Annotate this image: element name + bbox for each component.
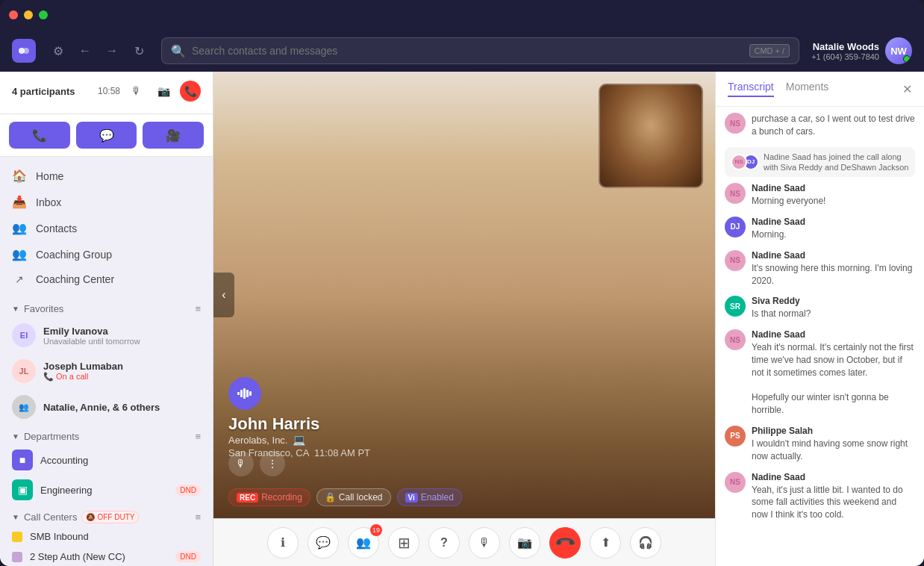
nav-contacts[interactable]: 👥 Contacts bbox=[0, 215, 213, 241]
cc-dot-smb bbox=[12, 532, 22, 542]
info-button[interactable]: ℹ bbox=[267, 527, 299, 559]
voice-indicator bbox=[228, 377, 261, 410]
close-transcript-button[interactable]: ✕ bbox=[902, 82, 912, 96]
msg-text: Yeah, it's just a little bit. I wanted t… bbox=[752, 484, 915, 521]
more-options-button[interactable]: ⋮ bbox=[260, 451, 285, 476]
call-centers-header: ▼ Call Centers 🔕 OFF DUTY ≡ bbox=[0, 505, 213, 526]
call-action-button[interactable]: 📞 bbox=[9, 122, 70, 149]
main-content: ‹ John Harris Aerolabs, I bbox=[213, 72, 715, 566]
msg-text: Morning everyone! bbox=[752, 195, 915, 208]
call-centers-title: Call Centers bbox=[24, 511, 78, 523]
caller-name: John Harris bbox=[228, 414, 370, 434]
msg-sender: Nadine Saad bbox=[752, 217, 915, 227]
end-call-button[interactable]: 📞 bbox=[543, 520, 587, 565]
cc-dot-2step bbox=[12, 552, 22, 562]
mute-button[interactable]: 🎙 bbox=[469, 527, 500, 559]
avatar[interactable]: NW bbox=[885, 37, 912, 64]
msg-sender: Nadine Saad bbox=[752, 183, 915, 193]
headset-button[interactable]: 🎧 bbox=[630, 527, 661, 559]
departments-title: Departments bbox=[24, 431, 79, 442]
share-button[interactable]: ⬆ bbox=[590, 527, 621, 559]
transcript-message: NS purchase a car, so I went out to test… bbox=[725, 113, 915, 138]
refresh-button[interactable]: ↻ bbox=[128, 40, 149, 61]
msg-avatar-ps: PS bbox=[725, 426, 746, 447]
dept-accounting[interactable]: ■ Accounting bbox=[0, 445, 213, 475]
msg-sender: Nadine Saad bbox=[752, 250, 915, 261]
transcript-tabs: Transcript Moments bbox=[728, 81, 828, 97]
departments-header: ▼ Departments ≡ bbox=[0, 425, 213, 445]
nav-inbox[interactable]: 📥 Inbox bbox=[0, 189, 213, 215]
svg-rect-3 bbox=[240, 390, 243, 397]
cc-2step-name: 2 Step Auth (New CC) bbox=[30, 551, 168, 562]
chat-button[interactable]: 💬 bbox=[308, 527, 339, 559]
camera-button[interactable]: 📷 bbox=[509, 527, 540, 559]
forward-button[interactable]: → bbox=[102, 40, 122, 61]
back-button[interactable]: ← bbox=[75, 40, 96, 61]
favorites-header: ▼ Favorites ≡ bbox=[0, 297, 213, 317]
transcript-header: Transcript Moments ✕ bbox=[716, 72, 924, 107]
microphone-button[interactable]: 🎙 bbox=[126, 81, 147, 102]
contact-emily[interactable]: EI Emily Ivanova Unavailable until tomor… bbox=[0, 317, 213, 353]
call-centers-menu-icon[interactable]: ≡ bbox=[195, 511, 201, 523]
coaching-center-icon: ↗ bbox=[12, 273, 27, 285]
msg-text: Morning. bbox=[752, 228, 915, 241]
nav-coaching-center[interactable]: ↗ Coaching Center bbox=[0, 267, 213, 291]
engineering-dnd: DND bbox=[175, 485, 201, 496]
thumbnail-video bbox=[599, 84, 703, 188]
contact-avatar-joseph: JL bbox=[12, 359, 36, 383]
status-badges: REC Recording 🔒 Call locked Vi Enabled bbox=[228, 488, 462, 506]
msg-sender: Nadine Saad bbox=[752, 329, 915, 340]
search-input[interactable] bbox=[192, 45, 743, 57]
maximize-button[interactable] bbox=[39, 10, 48, 19]
mic-toggle-button[interactable]: 🎙 bbox=[228, 451, 254, 476]
video-action-button[interactable]: 🎥 bbox=[143, 122, 204, 149]
caller-company: Aerolabs, Inc. 💻 bbox=[228, 434, 370, 446]
search-bar[interactable]: 🔍 CMD + / bbox=[161, 37, 799, 64]
contact-status-joseph: 📞 On a call bbox=[43, 372, 201, 382]
search-shortcut: CMD + / bbox=[749, 44, 790, 57]
contact-natalie-group[interactable]: 👥 Natalie, Annie, & 6 others bbox=[0, 389, 213, 425]
svg-rect-4 bbox=[243, 388, 246, 399]
svg-rect-5 bbox=[246, 390, 249, 397]
contact-joseph[interactable]: JL Joseph Lumaban 📞 On a call bbox=[0, 353, 213, 389]
msg-avatar: NS bbox=[725, 113, 746, 134]
minimize-button[interactable] bbox=[24, 10, 33, 19]
departments-menu-icon[interactable]: ≡ bbox=[195, 431, 201, 442]
dept-engineering[interactable]: ▣ Engineering DND bbox=[0, 475, 213, 505]
user-profile: Natalie Woods +1 (604) 359-7840 NW bbox=[811, 37, 912, 64]
contact-avatar-emily: EI bbox=[12, 323, 36, 347]
bottom-bar: ℹ 💬 👥 19 ⊞ ? 🎙 📷 📞 bbox=[213, 518, 715, 566]
enabled-badge: Vi Enabled bbox=[397, 488, 462, 506]
msg-sender: Nadine Saad bbox=[752, 472, 915, 482]
nav-home[interactable]: 🏠 Home bbox=[0, 163, 213, 189]
system-message: NS DJ Nadine Saad has joined the call al… bbox=[725, 147, 915, 178]
tab-transcript[interactable]: Transcript bbox=[728, 81, 774, 97]
msg-text: Is that normal? bbox=[752, 308, 915, 320]
msg-avatar-ns1: NS bbox=[725, 183, 746, 204]
favorites-menu-icon[interactable]: ≡ bbox=[195, 303, 201, 314]
user-phone: +1 (604) 359-7840 bbox=[811, 52, 879, 61]
settings-button[interactable]: ⚙ bbox=[48, 40, 69, 61]
cc-2step[interactable]: 2 Step Auth (New CC) DND bbox=[0, 547, 213, 566]
coaching-group-icon: 👥 bbox=[12, 247, 27, 261]
msg-avatar-sr: SR bbox=[725, 296, 746, 317]
tab-moments[interactable]: Moments bbox=[786, 81, 829, 97]
transcript-message: PS Philippe Salah I wouldn't mind having… bbox=[725, 426, 915, 463]
contact-status-emily: Unavailable until tomorrow bbox=[43, 337, 201, 346]
close-button[interactable] bbox=[9, 10, 18, 19]
msg-avatar-dj: DJ bbox=[725, 217, 746, 237]
nav-coaching-group[interactable]: 👥 Coaching Group bbox=[0, 241, 213, 267]
dept-engineering-name: Engineering bbox=[40, 485, 168, 496]
end-call-side-button[interactable]: 📞 bbox=[180, 81, 201, 102]
add-button[interactable]: ⊞ bbox=[388, 527, 419, 559]
cc-smb[interactable]: SMB Inbound bbox=[0, 526, 213, 547]
video-controls-floating: 🎙 ⋮ bbox=[228, 451, 285, 476]
favorites-chevron: ▼ bbox=[12, 305, 19, 313]
off-duty-badge: 🔕 OFF DUTY bbox=[81, 511, 139, 523]
chevron-left-button[interactable]: ‹ bbox=[213, 273, 234, 317]
help-button[interactable]: ? bbox=[428, 527, 460, 559]
home-icon: 🏠 bbox=[12, 169, 27, 183]
video-button[interactable]: 📷 bbox=[153, 81, 174, 102]
contact-name-joseph: Joseph Lumaban bbox=[43, 361, 201, 372]
message-action-button[interactable]: 💬 bbox=[76, 122, 137, 149]
